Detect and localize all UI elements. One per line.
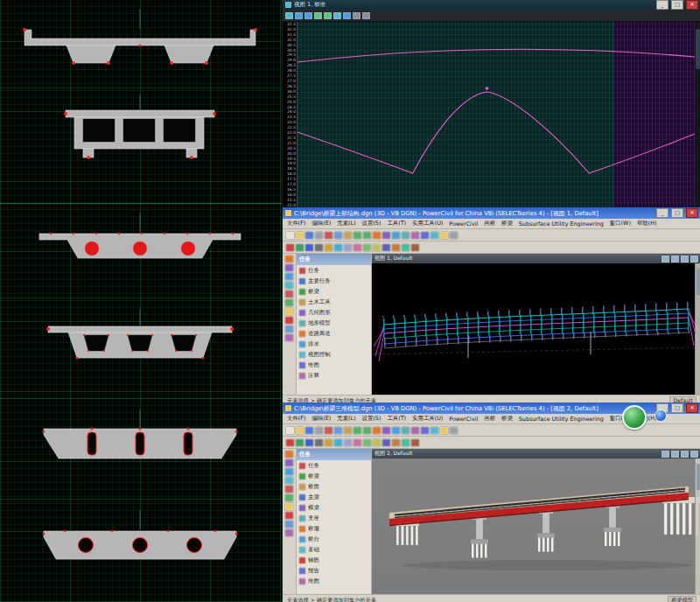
cut-icon[interactable] (325, 427, 332, 434)
pattern-icon[interactable] (402, 244, 410, 251)
copy-icon[interactable] (334, 427, 342, 434)
active-level-icon[interactable] (296, 439, 304, 446)
rendered-viewport[interactable]: 视图 2, Default (372, 449, 700, 594)
fence-tool-icon[interactable] (285, 264, 293, 271)
measure-icon[interactable] (285, 521, 293, 528)
models-icon[interactable] (392, 427, 400, 434)
task-item[interactable]: 排水 (297, 339, 371, 349)
manipulate-icon[interactable] (285, 468, 293, 475)
open-file-icon[interactable] (296, 427, 304, 434)
menu-item[interactable]: 桥梁 (501, 415, 513, 423)
wire-window-titlebar[interactable]: C:\Bridge\桥梁上部结构.dgn (3D - V8 DGN) - Pow… (283, 207, 700, 219)
template-icon[interactable] (363, 439, 371, 446)
menu-item[interactable]: Subsurface Utility Engineering (519, 416, 604, 423)
menu-item[interactable]: 工具(T) (387, 220, 406, 228)
redo-icon[interactable] (363, 427, 371, 434)
task-item[interactable]: 任务 (297, 460, 371, 471)
task-item[interactable]: 道路廊道 (297, 328, 371, 339)
print-icon[interactable] (315, 232, 323, 239)
accusnap-icon[interactable] (440, 427, 448, 434)
fit-view-icon[interactable] (324, 12, 332, 19)
task-item[interactable]: 任务 (297, 265, 371, 276)
view-rotate-icon[interactable] (662, 451, 669, 458)
groups-icon[interactable] (285, 299, 293, 306)
cad-cross-section-panel[interactable] (0, 0, 282, 602)
change-attributes-icon[interactable] (285, 486, 293, 493)
view-fit-icon[interactable] (681, 256, 689, 262)
raster-manager-icon[interactable] (411, 232, 419, 239)
task-item[interactable]: 视图控制 (297, 349, 371, 360)
task-item[interactable]: 绘图 (297, 360, 371, 370)
task-item[interactable]: 横梁 (297, 502, 371, 513)
undo-icon[interactable] (354, 232, 361, 239)
class-icon[interactable] (334, 244, 342, 251)
task-item[interactable]: 桥台 (297, 534, 371, 544)
element-info-icon[interactable] (430, 232, 438, 239)
close-button[interactable]: ✕ (686, 0, 698, 10)
view-window-icon[interactable] (690, 451, 698, 458)
status-model-field[interactable]: 桥梁模型 (668, 596, 696, 602)
task-item[interactable]: 几何图形 (297, 307, 371, 318)
measure-icon[interactable] (285, 326, 293, 332)
curve-plot-area[interactable] (297, 22, 695, 208)
copy-icon[interactable] (334, 232, 342, 239)
dimension-icon[interactable] (285, 334, 293, 341)
task-item[interactable]: 主梁 (297, 492, 371, 502)
class-icon[interactable] (334, 439, 342, 446)
menu-item[interactable]: 实用工具(U) (412, 220, 443, 228)
dimension-style-icon[interactable] (373, 244, 381, 251)
maximize-button[interactable]: □ (671, 208, 683, 218)
raster-manager-icon[interactable] (411, 427, 419, 434)
dimension-icon[interactable] (285, 529, 293, 536)
references-icon[interactable] (402, 232, 410, 239)
wireframe-viewport[interactable]: 视图 1, Default (372, 254, 700, 395)
task-item[interactable]: 桥面 (297, 481, 371, 492)
menu-item[interactable]: 设置(S) (362, 220, 382, 228)
task-item[interactable]: 主要任务 (297, 276, 371, 286)
vertical-scrollbar[interactable] (695, 22, 700, 208)
save-icon[interactable] (305, 232, 313, 239)
task-item[interactable]: 地形模型 (297, 318, 371, 328)
select-element-icon[interactable] (373, 232, 381, 239)
view-next-icon[interactable] (362, 12, 370, 19)
fence-tool-icon[interactable] (285, 459, 293, 466)
accusnap-icon[interactable] (440, 232, 448, 239)
transparency-icon[interactable] (344, 244, 352, 251)
new-file-icon[interactable] (286, 427, 294, 434)
task-item[interactable]: 桥梁 (297, 471, 371, 481)
task-item[interactable]: 绘图 (297, 576, 371, 586)
menu-item[interactable]: 设置(S) (362, 415, 382, 423)
menu-item[interactable]: 元素(L) (337, 220, 355, 228)
models-icon[interactable] (392, 232, 400, 239)
rotate-view-icon[interactable] (333, 12, 341, 19)
paste-icon[interactable] (344, 427, 352, 434)
cut-icon[interactable] (325, 232, 332, 239)
view-window-icon[interactable] (690, 256, 698, 262)
tag-icon[interactable] (411, 244, 419, 251)
menu-item[interactable]: 窗口(W) (610, 220, 631, 228)
maximize-button[interactable]: □ (671, 0, 683, 10)
line-weight-icon[interactable] (315, 439, 323, 446)
manipulate-icon[interactable] (285, 273, 293, 280)
task-item[interactable]: 桥墩 (297, 523, 371, 534)
view-pan-icon[interactable] (671, 451, 679, 458)
transparency-icon[interactable] (344, 439, 352, 446)
undo-icon[interactable] (354, 427, 361, 434)
menu-item[interactable]: 文件(F) (287, 220, 305, 228)
minimize-button[interactable]: _ (656, 0, 668, 10)
scrollbar-thumb[interactable] (696, 269, 700, 295)
template-icon[interactable] (363, 244, 371, 251)
modify-icon[interactable] (285, 503, 293, 510)
select-element-icon[interactable] (373, 427, 381, 434)
task-item[interactable]: 报告 (297, 565, 371, 576)
viewport-scrollbar[interactable] (695, 458, 700, 594)
menu-item[interactable]: 元素(L) (337, 415, 355, 423)
fence-icon[interactable] (382, 427, 390, 434)
close-button[interactable]: ✕ (686, 208, 698, 218)
print-icon[interactable] (315, 427, 323, 434)
scrollbar-thumb[interactable] (696, 464, 700, 490)
zoom-in-icon[interactable] (295, 12, 303, 19)
view-attributes-icon[interactable] (285, 12, 293, 19)
cell-icon[interactable] (392, 244, 400, 251)
menu-item[interactable]: 画桥 (484, 220, 495, 228)
